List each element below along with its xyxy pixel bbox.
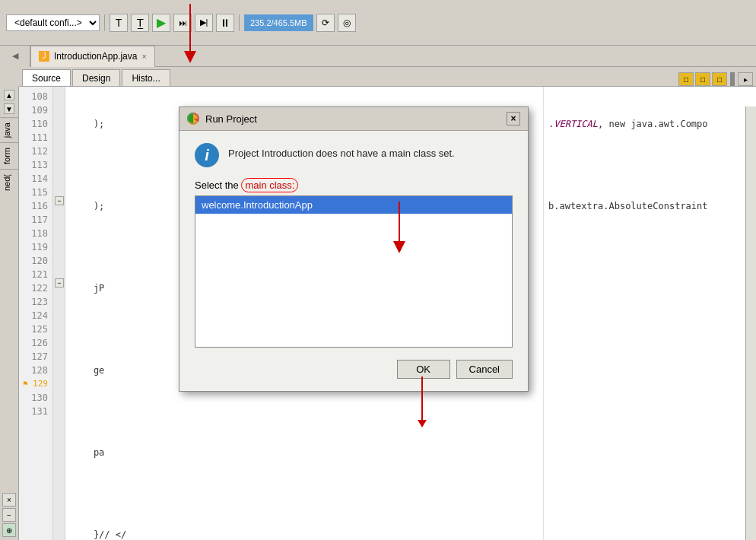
dialog-close-button[interactable]: × [507,112,520,125]
dialog-title-left: Run Project [187,113,257,125]
dialog-body: i Project Introduction does not have a m… [179,131,528,391]
ok-button[interactable]: OK [397,360,450,379]
dialog-title-icon [187,113,199,125]
dialog-select-label: Select the main class: [195,179,513,191]
listbox-item-0[interactable]: welcome.IntroductionApp [195,196,512,214]
dialog-buttons: OK Cancel [195,360,513,379]
info-icon: i [195,143,219,167]
modal-overlay: Run Project × i Project Introduction doe… [0,0,756,540]
dialog-titlebar: Run Project × [179,107,528,131]
ide-background: <default confi...> T T̲ ▶ ⏭ ▶| ⏸ 235.2/4… [0,0,756,540]
select-label-text: Select the [195,179,241,191]
dialog-listbox[interactable]: welcome.IntroductionApp [195,195,513,348]
dialog-title-text: Run Project [205,113,257,125]
cancel-button[interactable]: Cancel [456,360,513,379]
select-label-main-class: main class: [241,178,298,192]
dialog-message: Project Introduction does not have a mai… [228,143,455,159]
run-project-dialog: Run Project × i Project Introduction doe… [179,106,529,392]
dialog-message-row: i Project Introduction does not have a m… [195,143,513,167]
